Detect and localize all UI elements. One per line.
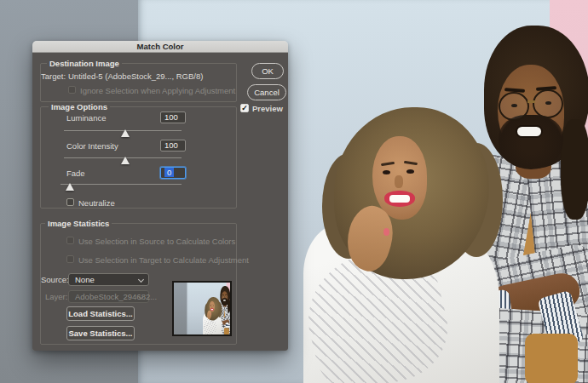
- dialog-title: Match Color: [137, 42, 184, 51]
- woman-eye-right: [213, 306, 214, 306]
- woman-fingernail: [210, 313, 211, 314]
- ignore-selection-label: Ignore Selection when Applying Adjustmen…: [80, 86, 235, 95]
- dialog-body: Destination Image Target: Untitled-5 (Ad…: [32, 53, 288, 351]
- fade-label: Fade: [66, 169, 85, 178]
- image-statistics-legend: Image Statistics: [45, 219, 112, 228]
- man-shirt-lower: [525, 334, 578, 383]
- man-glasses-left-lens: [499, 92, 529, 121]
- woman-smile: [211, 309, 213, 310]
- thumbnail-photo: [174, 283, 230, 334]
- luminance-slider-thumb[interactable]: [121, 129, 130, 137]
- man-glasses-right-lens: [533, 89, 563, 118]
- neutralize-checkbox[interactable]: [66, 198, 74, 206]
- woman-smile: [389, 195, 410, 203]
- man-glasses-right-lens: [225, 294, 228, 299]
- screenshot-root: Match Color Destination Image Target: Un…: [0, 0, 588, 383]
- woman-eye-left: [383, 170, 390, 174]
- man-smile: [516, 125, 543, 138]
- use-target-label: Use Selection in Target to Calculate Adj…: [78, 255, 249, 265]
- luminance-field[interactable]: 100: [160, 111, 186, 123]
- dialog-titlebar[interactable]: Match Color: [32, 41, 288, 53]
- destination-image-group: [40, 63, 237, 102]
- woman-eye-right: [406, 169, 414, 174]
- man-shirt-lower: [224, 328, 229, 334]
- preview-label: Preview: [252, 104, 283, 113]
- match-color-dialog: Match Color Destination Image Target: Un…: [32, 41, 288, 351]
- fade-slider-thumb[interactable]: [66, 183, 74, 191]
- man-smile: [223, 300, 226, 301]
- destination-image-legend: Destination Image: [47, 59, 122, 68]
- use-source-label: Use Selection in Source to Calculate Col…: [78, 237, 235, 246]
- woman-fingernail: [383, 228, 389, 236]
- source-dropdown[interactable]: None: [68, 273, 149, 286]
- layer-label: Layer:: [45, 292, 67, 301]
- neutralize-label: Neutralize: [78, 198, 115, 208]
- load-statistics-button[interactable]: Load Statistics...: [66, 306, 135, 321]
- gray-wall: [174, 283, 187, 334]
- use-target-checkbox[interactable]: [66, 255, 74, 263]
- layer-dropdown: AdobeStock_294682...: [68, 290, 149, 303]
- man-beard: [499, 115, 563, 169]
- color-intensity-label: Color Intensity: [66, 141, 118, 151]
- target-value: Untitled-5 (AdobeStock_29..., RGB/8): [68, 71, 203, 81]
- fade-field[interactable]: 0: [160, 167, 186, 179]
- ignore-selection-checkbox[interactable]: [68, 86, 76, 94]
- man-hair-side: [228, 299, 230, 312]
- target-label: Target:: [41, 71, 66, 81]
- source-image-thumbnail: [172, 281, 232, 336]
- source-label: Source:: [41, 275, 69, 284]
- cancel-button[interactable]: Cancel: [247, 84, 286, 100]
- save-statistics-button[interactable]: Save Statistics...: [66, 326, 135, 340]
- woman-nose: [395, 175, 403, 188]
- preview-checkbox[interactable]: ✓: [240, 104, 249, 112]
- use-source-checkbox[interactable]: [66, 237, 74, 244]
- fade-slider-track[interactable]: [61, 184, 182, 185]
- image-options-legend: Image Options: [49, 102, 110, 111]
- color-intensity-slider-thumb[interactable]: [121, 157, 130, 164]
- man-glasses-bridge: [527, 100, 535, 103]
- ok-button[interactable]: OK: [251, 63, 284, 79]
- chevron-down-icon: [138, 277, 144, 283]
- man-hair-side: [561, 119, 588, 220]
- color-intensity-field[interactable]: 100: [160, 140, 186, 151]
- luminance-label: Luminance: [66, 113, 106, 123]
